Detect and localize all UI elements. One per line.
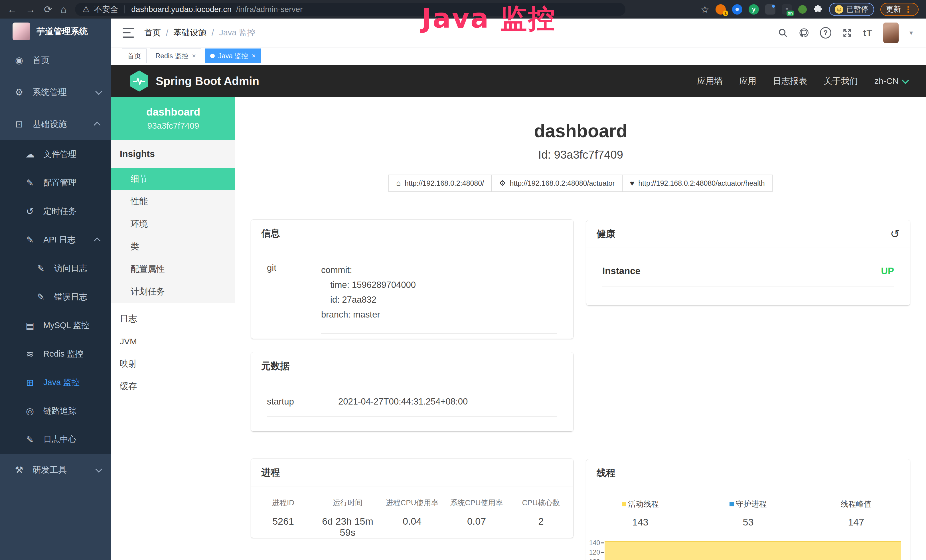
browser-home-icon[interactable]: ⌂ xyxy=(61,5,67,14)
breadcrumb-home[interactable]: 首页 xyxy=(144,27,161,38)
tab-close-icon[interactable]: × xyxy=(251,52,256,60)
link-url: http://192.168.0.2:48080/ xyxy=(405,179,484,188)
spring-boot-admin-logo-icon[interactable] xyxy=(130,70,148,92)
avatar-caret-icon[interactable]: ▾ xyxy=(909,29,913,37)
sidebar-item-label: 首页 xyxy=(33,54,50,66)
service-url-link[interactable]: ⌂ http://192.168.0.2:48080/ xyxy=(389,175,492,192)
sidebar-item-error-log[interactable]: ✎ 错误日志 xyxy=(0,283,111,311)
sba-item-details[interactable]: 细节 xyxy=(111,168,235,190)
sidebar-item-api-log[interactable]: ✎ API 日志 xyxy=(0,226,111,254)
pin-extension-icon[interactable] xyxy=(732,4,742,15)
fullscreen-icon[interactable] xyxy=(842,28,852,38)
update-chip[interactable]: 更新 ⋮ xyxy=(881,3,918,16)
legend-swatch-blue xyxy=(729,502,734,506)
tick-mark xyxy=(601,543,604,543)
grid-extension-icon[interactable] xyxy=(765,4,775,15)
extension-icon[interactable]: 1 xyxy=(716,4,726,15)
sba-nav-journal[interactable]: 日志报表 xyxy=(773,75,807,87)
sba-nav-wallboard[interactable]: 应用墙 xyxy=(697,75,723,87)
sba-section-title: Insights xyxy=(111,140,235,168)
sidebar-item-infra[interactable]: ⊡ 基础设施 xyxy=(0,108,111,140)
extensions-puzzle-icon[interactable] xyxy=(813,5,823,14)
sba-item-config-props[interactable]: 配置属性 xyxy=(111,258,235,280)
update-label: 更新 xyxy=(886,4,901,14)
health-label: Instance xyxy=(602,266,640,277)
help-icon[interactable]: ? xyxy=(820,27,831,38)
browser-menu-kebab-icon[interactable]: ⋮ xyxy=(904,4,913,15)
search-icon[interactable] xyxy=(778,28,788,38)
sba-item-mappings[interactable]: 映射 xyxy=(111,353,235,375)
card-title: 信息 xyxy=(251,219,573,247)
process-table-header: 进程ID 运行时间 进程CPU使用率 系统CPU使用率 CPU核心数 xyxy=(251,498,573,508)
tab-redis-monitor[interactable]: Redis 监控 × xyxy=(150,48,201,64)
toolbox-icon: ⚒ xyxy=(13,465,25,475)
font-size-icon[interactable]: tT xyxy=(863,28,872,38)
sidebar-item-scheduled-jobs[interactable]: ↺ 定时任务 xyxy=(0,197,111,226)
tick-mark xyxy=(601,552,604,553)
sba-item-metrics[interactable]: 性能 xyxy=(111,190,235,213)
sba-sidebar: dashboard 93a3fc7f7409 Insights 细节 性能 环境… xyxy=(111,97,235,560)
sidebar-item-file-manage[interactable]: ☁ 文件管理 xyxy=(0,140,111,169)
val-system-cpu: 0.07 xyxy=(444,516,509,538)
browser-forward-icon[interactable]: → xyxy=(26,5,35,14)
sba-item-jvm[interactable]: JVM xyxy=(111,330,235,353)
sidebar-item-log-center[interactable]: ✎ 日志中心 xyxy=(0,425,111,454)
sidebar-item-config-manage[interactable]: ✎ 配置管理 xyxy=(0,169,111,197)
browser-reload-icon[interactable]: ⟳ xyxy=(44,5,52,14)
val-uptime: 6d 23h 15m 59s xyxy=(315,516,380,538)
leaf-extension-icon[interactable] xyxy=(798,5,807,14)
app-frame: 芋道管理系统 ◉ 首页 ⚙ 系统管理 ⊡ 基础设施 ☁ 文件管理 xyxy=(0,18,926,560)
tab-java-monitor[interactable]: Java 监控 × xyxy=(205,48,261,64)
browser-back-icon[interactable]: ← xyxy=(8,5,17,14)
card-title: 元数据 xyxy=(251,352,573,380)
paused-chip[interactable]: ☺ 已暂停 xyxy=(829,3,874,16)
tab-close-icon[interactable]: × xyxy=(192,52,196,60)
sba-main: dashboard Id: 93a3fc7f7409 ⌂ http://192.… xyxy=(235,97,926,560)
sba-nav-about[interactable]: 关于我们 xyxy=(824,75,858,87)
main-column: 首页 / 基础设施 / Java 监控 ? tT ▾ xyxy=(111,18,926,560)
sba-item-logs[interactable]: 日志 xyxy=(111,307,235,330)
sidebar-item-dev-tools[interactable]: ⚒ 研发工具 xyxy=(0,454,111,486)
sba-item-scheduled-tasks[interactable]: 计划任务 xyxy=(111,280,235,303)
tab-home[interactable]: 首页 xyxy=(122,48,147,64)
legend-live-threads: 活动线程 143 xyxy=(586,499,694,528)
sba-item-caches[interactable]: 缓存 xyxy=(111,375,235,398)
switch-extension-icon[interactable]: ≡on xyxy=(782,4,792,15)
sidebar-item-system[interactable]: ⚙ 系统管理 xyxy=(0,76,111,108)
history-icon: ↺ xyxy=(24,206,36,217)
metadata-key: startup xyxy=(267,397,338,407)
health-history-icon[interactable]: ↺ xyxy=(890,228,900,240)
legend-swatch-yellow xyxy=(622,502,626,506)
bookmark-star-icon[interactable]: ☆ xyxy=(701,4,709,15)
sidebar-item-home[interactable]: ◉ 首页 xyxy=(0,44,111,76)
sidebar-item-java-monitor[interactable]: ⊞ Java 监控 xyxy=(0,368,111,397)
sba-item-classes[interactable]: 类 xyxy=(111,235,235,258)
sidebar-collapse-icon[interactable] xyxy=(123,28,134,38)
info-card: 信息 git commit: time: 1596289704000 id: 2… xyxy=(251,219,573,339)
git-branch-line: branch: master xyxy=(321,307,557,322)
sidebar-item-tracing[interactable]: ◎ 链路追踪 xyxy=(0,397,111,425)
y-extension-icon[interactable]: y xyxy=(749,4,759,15)
sidebar-item-access-log[interactable]: ✎ 访问日志 xyxy=(0,254,111,283)
security-warning-icon: ⚠ xyxy=(82,5,89,14)
sba-item-environment[interactable]: 环境 xyxy=(111,213,235,235)
val-cpu-cores: 2 xyxy=(509,516,573,538)
threads-card: 线程 活动线程 143 守护进程 53 xyxy=(586,459,910,560)
sidebar-item-mysql-monitor[interactable]: ▤ MySQL 监控 xyxy=(0,311,111,340)
sidebar-item-label: 基础设施 xyxy=(33,118,67,130)
breadcrumb-section[interactable]: 基础设施 xyxy=(173,27,206,38)
user-avatar[interactable] xyxy=(883,23,899,43)
log-icon: ✎ xyxy=(35,292,47,303)
instance-title-block: dashboard Id: 93a3fc7f7409 xyxy=(235,121,926,161)
active-tab-dot xyxy=(210,54,215,58)
sba-nav-applications[interactable]: 应用 xyxy=(739,75,756,87)
sba-locale-select[interactable]: zh-CN xyxy=(875,76,907,86)
health-url-link[interactable]: ♥ http://192.168.0.2:48080/actuator/heal… xyxy=(622,175,773,192)
link-url: http://192.168.0.2:48080/actuator xyxy=(510,179,614,188)
github-icon[interactable] xyxy=(799,28,809,38)
sba-header: Spring Boot Admin 应用墙 应用 日志报表 关于我们 zh-CN xyxy=(111,65,926,97)
sidebar-logo[interactable]: 芋道管理系统 xyxy=(0,18,111,44)
actuator-url-link[interactable]: ⚙ http://192.168.0.2:48080/actuator xyxy=(492,175,623,192)
sidebar-item-redis-monitor[interactable]: ≋ Redis 监控 xyxy=(0,340,111,368)
sba-brand-title[interactable]: Spring Boot Admin xyxy=(156,75,259,88)
